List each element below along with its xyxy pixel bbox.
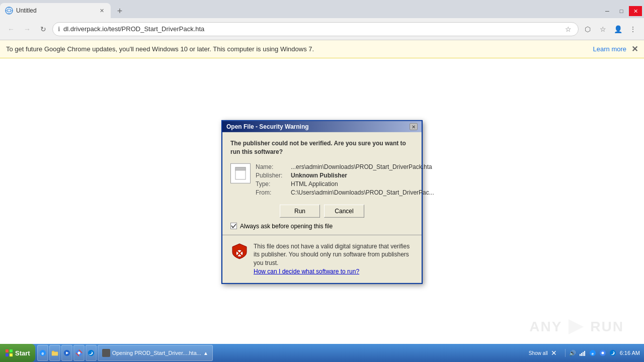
folder-icon [51, 349, 58, 357]
checkbox-check-icon [231, 223, 236, 229]
profile-button[interactable]: 👤 [611, 22, 625, 36]
run-button[interactable]: Run [280, 204, 320, 217]
svg-rect-18 [583, 352, 584, 356]
bookmark-star-icon[interactable]: ☆ [563, 24, 573, 34]
svg-rect-17 [581, 353, 582, 356]
dialog-divider [222, 234, 422, 235]
network-bars-icon [579, 349, 586, 356]
svg-rect-16 [580, 354, 581, 356]
checkbox-label: Always ask before opening this file [240, 222, 333, 229]
svg-rect-6 [10, 349, 13, 352]
navigation-bar: ← → ↻ ℹ dl.driverpack.io/test/PROD_Start… [0, 18, 644, 40]
file-details: Name: ...ers\admin\Downloads\PROD_Start_… [256, 163, 434, 197]
edge-tray-icon-svg [609, 349, 616, 356]
help-link[interactable]: How can I decide what software to run? [254, 268, 359, 275]
tab-close-button[interactable]: ✕ [98, 7, 106, 15]
info-bar-text: To get future Google Chrome updates, you… [6, 45, 593, 53]
dialog-buttons: Run Cancel [230, 204, 414, 217]
dialog-body: The publisher could not be verified. Are… [222, 132, 422, 283]
cast-button[interactable]: ⬡ [581, 22, 595, 36]
file-name-label: Name: [256, 163, 291, 170]
address-text: dl.driverpack.io/test/PROD_Start_DriverP… [63, 25, 560, 33]
system-clock[interactable]: 6:16 AM [620, 349, 640, 356]
edge-taskbar-icon[interactable] [86, 345, 97, 361]
chrome-tray-icon [599, 349, 607, 357]
system-tray: 🔊 e [565, 349, 617, 357]
clock-time: 6:16 AM [620, 349, 640, 356]
download-item-label: Opening PROD_Start_Driver....hta... [112, 350, 201, 356]
back-button[interactable]: ← [4, 22, 18, 36]
show-all-label[interactable]: Show all [529, 350, 548, 356]
new-tab-button[interactable]: + [113, 4, 127, 18]
file-name-row: Name: ...ers\admin\Downloads\PROD_Start_… [256, 163, 434, 170]
svg-point-23 [601, 352, 604, 354]
maximize-button[interactable]: □ [615, 6, 628, 16]
edge-icon [88, 349, 95, 357]
start-label: Start [15, 349, 30, 357]
info-bar: To get future Google Chrome updates, you… [0, 40, 644, 58]
start-button[interactable]: Start [0, 344, 35, 362]
svg-rect-19 [584, 351, 585, 356]
svg-text:e: e [41, 351, 44, 356]
svg-rect-5 [6, 349, 9, 352]
dialog-close-button[interactable]: ✕ [410, 123, 418, 130]
windows-logo-icon [5, 349, 13, 357]
hide-downloads-button[interactable]: ✕ [551, 349, 557, 357]
nav-right-buttons: ⬡ ☆ 👤 ⋮ [581, 22, 640, 36]
minimize-button[interactable]: ─ [601, 6, 614, 16]
svg-rect-7 [6, 353, 9, 356]
ie-icon: e [39, 349, 46, 357]
file-publisher-row: Publisher: Unknown Publisher [256, 171, 434, 178]
file-type-value: HTML Application [291, 180, 338, 187]
ie-taskbar-icon[interactable]: e [37, 345, 48, 361]
svg-point-24 [610, 350, 616, 356]
network-icon[interactable] [579, 349, 587, 357]
shield-warning-icon [230, 242, 249, 260]
menu-button[interactable]: ⋮ [626, 22, 640, 36]
svg-point-15 [88, 350, 94, 356]
file-name-value: ...ers\admin\Downloads\PROD_Start_Driver… [291, 163, 432, 170]
security-shield-icon [230, 242, 249, 260]
reload-button[interactable]: ↻ [36, 22, 50, 36]
address-bar[interactable]: ℹ dl.driverpack.io/test/PROD_Start_Drive… [52, 22, 579, 36]
active-tab[interactable]: Untitled ✕ [0, 3, 111, 18]
file-from-label: From: [256, 189, 291, 196]
security-warning-section: This file does not have a valid digital … [230, 240, 414, 276]
info-bar-close-button[interactable]: ✕ [631, 44, 638, 54]
dialog-warning-text: The publisher could not be verified. Are… [230, 139, 414, 156]
anyrun-watermark: ANY RUN [529, 317, 624, 337]
ie-tray-icon: e [589, 349, 597, 357]
tab-favicon [5, 7, 13, 15]
mediaplayer-taskbar-icon[interactable] [61, 345, 72, 361]
dialog-checkbox-row: Always ask before opening this file [230, 222, 414, 229]
download-item-icon [102, 349, 110, 357]
forward-button[interactable]: → [20, 22, 34, 36]
file-type-label: Type: [256, 180, 291, 187]
close-button[interactable]: ✕ [629, 6, 642, 16]
chrome-taskbar-icon[interactable] [73, 345, 85, 361]
cancel-button[interactable]: Cancel [324, 204, 364, 217]
tab-bar: Untitled ✕ + ─ □ ✕ [0, 0, 644, 18]
security-text: This file does not have a valid digital … [254, 242, 414, 276]
anyrun-logo-icon [566, 317, 586, 337]
security-dialog: Open File - Security Warning ✕ The publi… [221, 120, 423, 284]
learn-more-link[interactable]: Learn more [593, 45, 626, 53]
anyrun-text2: RUN [590, 319, 624, 335]
file-publisher-value: Unknown Publisher [291, 171, 347, 178]
dialog-title: Open File - Security Warning [226, 123, 309, 130]
security-icon: ℹ [58, 26, 60, 33]
taskbar: Start e [0, 344, 644, 362]
always-ask-checkbox[interactable] [230, 223, 237, 229]
bookmark-button[interactable]: ☆ [596, 22, 610, 36]
volume-icon[interactable]: 🔊 [569, 349, 577, 357]
taskbar-right: 🔊 e [561, 349, 644, 357]
taskbar-items: e [35, 344, 561, 362]
explorer-taskbar-icon[interactable] [49, 345, 60, 361]
browser-content: ANY RUN Open File - Security Warning ✕ T… [0, 58, 644, 362]
browser-window: Untitled ✕ + ─ □ ✕ ← → ↻ ℹ dl.driverpack… [0, 0, 644, 362]
svg-rect-8 [10, 353, 13, 356]
download-taskbar-item[interactable]: Opening PROD_Start_Driver....hta... ▲ [98, 345, 213, 361]
download-item-arrow-up[interactable]: ▲ [203, 350, 208, 356]
file-publisher-label: Publisher: [256, 171, 291, 178]
file-icon [230, 163, 251, 183]
